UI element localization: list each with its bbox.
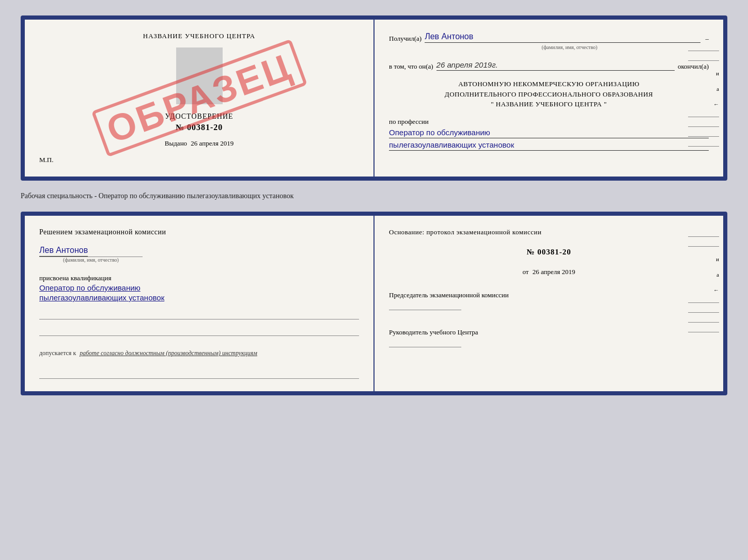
chairman-block: Председатель экзаменационной комиссии	[389, 291, 709, 312]
photo-placeholder	[176, 47, 223, 104]
decision-text: Решением экзаменационной комиссии	[39, 228, 359, 236]
top-left-panel: НАЗВАНИЕ УЧЕБНОГО ЦЕНТРА ОБРАЗЕЦ УДОСТОВ…	[25, 20, 375, 177]
b-dash-1	[688, 236, 719, 237]
qualification-line1: Оператор по обслуживанию	[39, 283, 359, 292]
completed-prefix: в том, что он(а)	[389, 62, 433, 71]
received-field: Получил(а) Лев Антонов –	[389, 32, 709, 43]
basis-title: Основание: протокол экзаменационной коми…	[389, 228, 709, 236]
received-name-sub: (фамилия, имя, отчество)	[430, 44, 709, 50]
mark-i: и	[688, 70, 719, 76]
allow-value: работе согласно должностным (производств…	[80, 349, 257, 357]
head-sig-line	[389, 337, 461, 347]
mp-line: М.П.	[39, 156, 53, 164]
dash-6	[688, 146, 719, 147]
cert-number: № 00381-20	[165, 123, 233, 132]
completed-date: 26 апреля 2019г.	[437, 60, 675, 71]
received-name: Лев Антонов	[425, 32, 700, 43]
bottom-left-panel: Решением экзаменационной комиссии Лев Ан…	[25, 216, 375, 391]
mark-a: а	[688, 86, 719, 92]
dash-3	[688, 117, 719, 117]
person-name-sub: (фамилия, имя, отчество)	[39, 257, 143, 263]
qualification-line2: пылегазоулавливающих установок	[39, 293, 359, 302]
bottom-right-panel: Основание: протокол экзаменационной коми…	[375, 216, 723, 391]
head-block: Руководитель учебного Центра	[389, 328, 709, 349]
received-label: Получил(а)	[389, 35, 422, 43]
org-line1: АВТОНОМНУЮ НЕКОММЕРЧЕСКУЮ ОРГАНИЗАЦИЮ	[389, 79, 709, 89]
protocol-date-prefix: от	[522, 268, 528, 276]
b-dash-6	[688, 332, 719, 332]
person-name: Лев Антонов	[39, 246, 88, 257]
bottom-sig-lines	[39, 309, 359, 336]
dash-4	[688, 126, 719, 127]
b-mark-arrow: ←	[688, 287, 719, 293]
sig-line-3	[39, 369, 359, 379]
protocol-date-value: 26 апреля 2019	[533, 268, 575, 276]
issued-line: Выдано 26 апреля 2019	[165, 139, 233, 148]
right-side-dashes: и а ←	[688, 51, 719, 147]
issued-label: Выдано	[165, 139, 187, 147]
sig-line-2	[39, 326, 359, 336]
qualification-label: присвоена квалификация	[39, 274, 359, 282]
dash-2	[688, 60, 719, 61]
bottom-document-card: Решением экзаменационной комиссии Лев Ан…	[21, 212, 727, 395]
right-dashes-bottom: и а ←	[688, 236, 719, 332]
protocol-number: № 00381-20	[389, 248, 709, 257]
allow-text: допускается к работе согласно должностны…	[39, 349, 359, 357]
profession-label: по профессии	[389, 118, 429, 125]
profession-line1: Оператор по обслуживанию	[389, 128, 709, 138]
org-line3: " НАЗВАНИЕ УЧЕБНОГО ЦЕНТРА "	[389, 99, 709, 109]
protocol-date: от 26 апреля 2019	[389, 268, 709, 276]
mark-arrow: ←	[688, 101, 719, 107]
top-document-card: НАЗВАНИЕ УЧЕБНОГО ЦЕНТРА ОБРАЗЕЦ УДОСТОВ…	[21, 15, 727, 181]
org-line2: ДОПОЛНИТЕЛЬНОГО ПРОФЕССИОНАЛЬНОГО ОБРАЗО…	[389, 89, 709, 100]
issued-date: 26 апреля 2019	[191, 139, 233, 147]
completed-field: в том, что он(а) 26 апреля 2019г. окончи…	[389, 60, 709, 71]
separator-text: Рабочая специальность - Оператор по обсл…	[21, 190, 727, 202]
head-label: Руководитель учебного Центра	[389, 328, 709, 337]
b-dash-4	[688, 312, 719, 313]
b-mark-a: а	[688, 271, 719, 278]
chairman-label: Председатель экзаменационной комиссии	[389, 291, 709, 300]
profession-block: по профессии Оператор по обслуживанию пы…	[389, 118, 709, 151]
top-right-panel: Получил(а) Лев Антонов – (фамилия, имя, …	[375, 20, 723, 177]
org-block: АВТОНОМНУЮ НЕКОММЕРЧЕСКУЮ ОРГАНИЗАЦИЮ ДО…	[389, 79, 709, 109]
b-mark-i: и	[688, 256, 719, 262]
b-dash-3	[688, 302, 719, 303]
dash-1	[688, 51, 719, 51]
allow-prefix: допускается к	[39, 349, 76, 357]
certificate-block: УДОСТОВЕРЕНИЕ № 00381-20	[165, 113, 233, 132]
sig-line-1	[39, 309, 359, 319]
top-center-title: НАЗВАНИЕ УЧЕБНОГО ЦЕНТРА	[143, 32, 255, 40]
profession-line2: пылегазоулавливающих установок	[389, 140, 709, 151]
cert-title: УДОСТОВЕРЕНИЕ	[165, 113, 233, 121]
dash-5	[688, 136, 719, 137]
b-dash-5	[688, 322, 719, 323]
chairman-sig-line	[389, 300, 461, 310]
b-dash-2	[688, 246, 719, 247]
